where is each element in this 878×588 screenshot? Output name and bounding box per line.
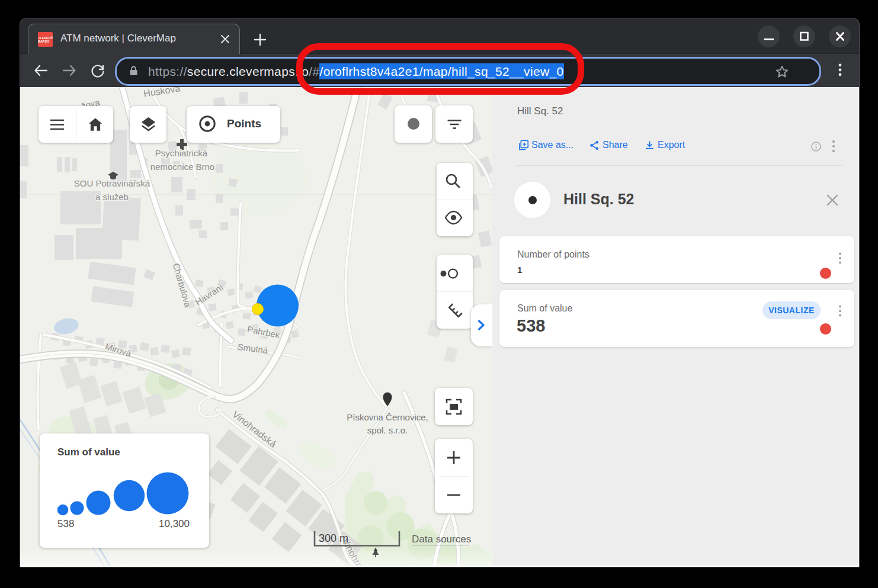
svg-text:Psychiatrická: Psychiatrická: [155, 148, 208, 158]
svg-text:Pískovna Černovice,: Pískovna Černovice,: [347, 412, 428, 422]
svg-text:300 m: 300 m: [319, 532, 348, 544]
svg-text:nemocnice Brno: nemocnice Brno: [150, 162, 214, 172]
svg-text:spol. s.r.o.: spol. s.r.o.: [367, 425, 408, 435]
svg-text:a služeb: a služeb: [95, 192, 129, 202]
svg-text:Data sources: Data sources: [412, 534, 471, 545]
svg-text:SOU Potravinářská: SOU Potravinářská: [74, 178, 150, 188]
